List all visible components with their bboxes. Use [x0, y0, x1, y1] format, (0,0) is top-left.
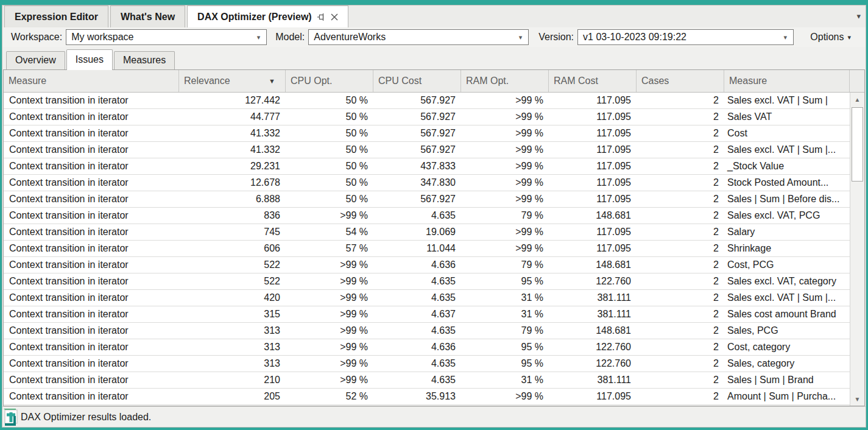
column-header-cpu-opt[interactable]: CPU Opt. [286, 70, 373, 92]
cell-cpu-cost: 4.635 [373, 356, 461, 372]
dax-optimizer-logo-icon [2, 407, 21, 426]
cell-issue: Context transition in iterator [4, 175, 179, 191]
cell-cpu-opt: >99 % [286, 273, 373, 289]
workspace-dropdown[interactable]: My workspace ▾ [66, 29, 267, 45]
column-header-measure[interactable]: Measure [4, 70, 179, 92]
options-button[interactable]: Options ▾ [805, 30, 856, 44]
cell-cpu-opt: 54 % [286, 224, 373, 240]
cell-ram-cost: 122.760 [549, 273, 637, 289]
table-row[interactable]: Context transition in iterator 315 >99 %… [4, 306, 850, 323]
cell-measure: Cost [724, 125, 850, 141]
table-row[interactable]: Context transition in iterator 836 >99 %… [4, 208, 850, 224]
tab-overflow-caret-icon[interactable]: ▾ [856, 12, 861, 21]
table-row[interactable]: Context transition in iterator 12.678 50… [4, 175, 850, 191]
scroll-down-button[interactable]: ▼ [850, 392, 864, 406]
column-header-relevance[interactable]: Relevance ▼ [179, 70, 286, 92]
vertical-scrollbar[interactable]: ▲ ▼ [850, 93, 864, 406]
tab-measures[interactable]: Measures [114, 51, 175, 69]
cell-ram-opt: 31 % [461, 306, 549, 322]
column-header-measure-name[interactable]: Measure [724, 70, 850, 92]
cell-ram-cost: 117.095 [549, 224, 637, 240]
tab-dax-optimizer[interactable]: DAX Optimizer (Preview) [187, 5, 348, 27]
cell-cases: 2 [637, 142, 724, 158]
tab-issues[interactable]: Issues [66, 49, 113, 70]
pin-icon[interactable] [317, 13, 326, 21]
model-dropdown[interactable]: AdventureWorks ▾ [308, 29, 529, 45]
cell-cpu-opt: >99 % [286, 257, 373, 273]
table-row[interactable]: Context transition in iterator 606 57 % … [4, 241, 850, 257]
cell-issue: Context transition in iterator [4, 142, 179, 158]
cell-cpu-cost: 11.044 [373, 241, 461, 256]
cell-ram-cost: 117.095 [549, 241, 637, 256]
cell-cases: 2 [637, 356, 724, 372]
cell-relevance: 210 [179, 372, 286, 388]
scroll-up-button[interactable]: ▲ [850, 93, 864, 106]
dax-optimizer-window: Expression Editor What's New DAX Optimiz… [2, 5, 866, 428]
cell-cases: 2 [637, 257, 724, 273]
version-dropdown[interactable]: v1 03-10-2023 09:19:22 ▾ [577, 29, 794, 45]
table-row[interactable]: Context transition in iterator 127.442 5… [4, 93, 850, 109]
tab-overview[interactable]: Overview [6, 51, 65, 69]
cell-cpu-opt: >99 % [286, 208, 373, 224]
table-row[interactable]: Context transition in iterator 205 52 % … [4, 389, 850, 405]
cell-measure: Sales | Sum | Brand [724, 372, 850, 388]
cell-cpu-cost: 35.913 [373, 389, 461, 404]
tab-expression-editor[interactable]: Expression Editor [4, 5, 108, 27]
table-row[interactable]: Context transition in iterator 745 54 % … [4, 224, 850, 241]
scrollbar-track[interactable] [850, 106, 864, 392]
table-row[interactable]: Context transition in iterator 29.231 50… [4, 158, 850, 175]
cell-relevance: 29.231 [179, 158, 286, 174]
cell-cases: 2 [637, 158, 724, 174]
cell-cases: 2 [637, 191, 724, 207]
cell-cpu-opt: >99 % [286, 290, 373, 306]
table-row[interactable]: Context transition in iterator 210 >99 %… [4, 372, 850, 389]
table-row[interactable]: Context transition in iterator 41.332 50… [4, 125, 850, 142]
cell-cpu-cost: 4.635 [373, 290, 461, 306]
model-label: Model: [275, 32, 305, 43]
column-header-ram-opt[interactable]: RAM Opt. [461, 70, 549, 92]
close-icon[interactable] [331, 13, 338, 21]
cell-ram-cost: 117.095 [549, 142, 637, 158]
cell-measure: Sales excl. VAT, category [724, 273, 850, 289]
cell-cases: 2 [637, 372, 724, 388]
chevron-down-icon: ▾ [847, 33, 851, 41]
table-row[interactable]: Context transition in iterator 313 >99 %… [4, 323, 850, 339]
table-row[interactable]: Context transition in iterator 44.777 50… [4, 109, 850, 125]
grid-header: Measure Relevance ▼ CPU Opt. CPU Cost RA… [4, 70, 864, 93]
table-row[interactable]: Context transition in iterator 313 >99 %… [4, 356, 850, 372]
scrollbar-thumb[interactable] [852, 107, 863, 182]
cell-relevance: 127.442 [179, 93, 286, 108]
table-row[interactable]: Context transition in iterator 41.332 50… [4, 142, 850, 158]
cell-measure: Sales, category [724, 356, 850, 372]
column-header-ram-cost[interactable]: RAM Cost [549, 70, 637, 92]
version-value: v1 03-10-2023 09:19:22 [583, 32, 686, 43]
cell-cpu-opt: >99 % [286, 339, 373, 355]
window-frame: Expression Editor What's New DAX Optimiz… [0, 0, 868, 430]
cell-cpu-cost: 437.833 [373, 158, 461, 174]
cell-ram-opt: >99 % [461, 191, 549, 207]
cell-ram-cost: 117.095 [549, 191, 637, 207]
cell-relevance: 313 [179, 323, 286, 339]
cell-relevance: 522 [179, 257, 286, 273]
cell-ram-opt: >99 % [461, 93, 549, 108]
cell-issue: Context transition in iterator [4, 389, 179, 404]
table-row[interactable]: Context transition in iterator 522 >99 %… [4, 273, 850, 290]
table-row[interactable]: Context transition in iterator 6.888 50 … [4, 191, 850, 208]
column-header-cpu-cost[interactable]: CPU Cost [373, 70, 461, 92]
cell-ram-opt: >99 % [461, 241, 549, 256]
cell-relevance: 420 [179, 290, 286, 306]
cell-issue: Context transition in iterator [4, 257, 179, 273]
table-row[interactable]: Context transition in iterator 522 >99 %… [4, 257, 850, 273]
column-header-cases[interactable]: Cases [637, 70, 724, 92]
cell-cases: 2 [637, 175, 724, 191]
cell-issue: Context transition in iterator [4, 306, 179, 322]
cell-cpu-opt: >99 % [286, 372, 373, 388]
table-row[interactable]: Context transition in iterator 420 >99 %… [4, 290, 850, 306]
chevron-down-icon: ▾ [253, 33, 264, 41]
cell-relevance: 41.332 [179, 125, 286, 141]
cell-issue: Context transition in iterator [4, 372, 179, 388]
cell-cases: 2 [637, 273, 724, 289]
tab-whats-new[interactable]: What's New [110, 5, 185, 27]
cell-cases: 2 [637, 339, 724, 355]
table-row[interactable]: Context transition in iterator 313 >99 %… [4, 339, 850, 356]
